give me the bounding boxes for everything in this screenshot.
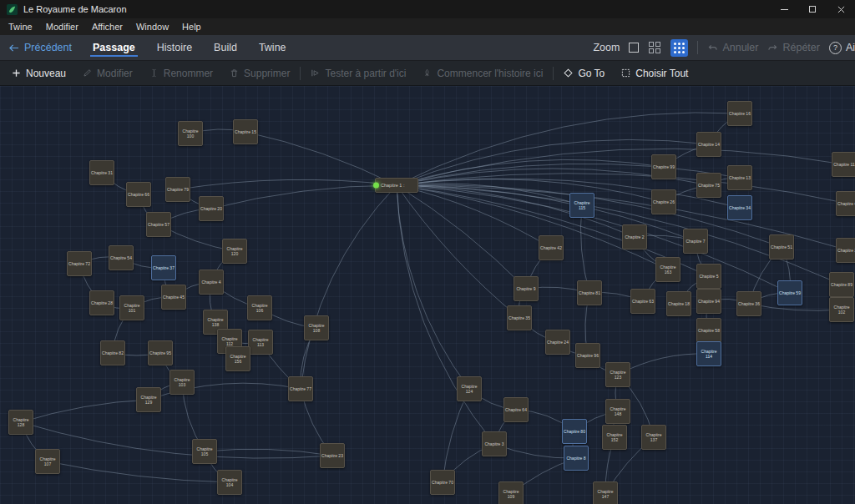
passage-node[interactable]: Chapitre 80 [562,419,587,444]
tab-passage[interactable]: Passage [82,35,146,60]
passage-node[interactable]: Chapitre 5 [696,264,721,289]
passage-node[interactable]: Chapitre 106 [247,295,272,320]
passage-node[interactable]: Chapitre 70 [430,470,455,495]
passage-node[interactable]: Chapitre 18 [666,291,691,316]
passage-node[interactable]: Chapitre 101 [119,295,144,320]
passage-label: Chapitre 36 [738,301,760,306]
back-button[interactable]: Précédent [0,42,82,53]
passage-node[interactable]: Chapitre 37 [151,255,176,280]
zoom-medium-button[interactable] [648,41,661,54]
story-map-canvas[interactable]: Chapitre 1 :Chapitre 16Chapitre 100Chapi… [0,86,855,504]
passage-label: Chapitre 63 [632,299,654,304]
passage-node[interactable]: Chapitre 72 [67,251,92,276]
passage-node[interactable]: Chapitre 51 [769,234,794,260]
minimize-button[interactable] [770,0,798,18]
passage-node[interactable]: Chapitre 20 [199,196,224,221]
passage-node[interactable]: Chapitre 109 [498,481,524,504]
menu-twine[interactable]: Twine [2,18,39,35]
menu-window[interactable]: Window [129,18,175,35]
passage-node[interactable]: Chapitre 156 [225,346,250,371]
passage-node[interactable]: Chapitre 105 [192,439,217,464]
passage-node[interactable]: Chapitre 2 [622,224,647,249]
passage-node[interactable]: Chapitre 36 [736,291,761,316]
passage-node[interactable]: Chapitre 14 [696,132,721,157]
passage-node[interactable]: Chapitre 147 [593,481,618,504]
passage-node[interactable]: Chapitre 128 [8,410,33,435]
passage-node[interactable]: Chapitre 23 [320,443,345,468]
passage-node[interactable]: Chapitre 124 [457,376,482,401]
passage-node[interactable]: Chapitre 96 [575,343,600,368]
start-passage-node[interactable]: Chapitre 1 : [375,178,418,193]
help-button[interactable]: ? Aide [829,42,855,54]
tab-build[interactable]: Build [203,35,248,60]
passage-node[interactable]: Chapitre 102 [829,297,854,322]
passage-node[interactable]: Chapitre 24 [545,330,570,355]
passage-node[interactable]: Chapitre 129 [136,387,161,412]
passage-node[interactable]: Chapitre 114 [696,341,721,366]
passage-node[interactable]: Chapitre 77 [288,376,313,401]
undo-button: Annuler [707,42,758,53]
passage-node[interactable]: Chapitre 82 [100,340,125,365]
passage-node[interactable]: Chapitre 115 [569,193,594,218]
passage-node[interactable]: Chapitre 89 [829,272,854,297]
passage-node[interactable]: Chapitre 26 [651,189,676,214]
passage-node[interactable]: Chapitre 120 [222,239,247,264]
passage-node[interactable]: Chapitre 35 [507,305,532,330]
passage-node[interactable]: Chapitre 113 [248,330,273,355]
passage-node[interactable]: Chapitre 81 [577,280,602,305]
passage-node[interactable]: Chapitre 13 [727,165,752,190]
zoom-small-button[interactable] [670,39,688,57]
passage-node[interactable]: Chapitre 107 [35,449,60,474]
passage-node[interactable]: Chapitre 7 [683,229,708,254]
passage-node[interactable]: Chapitre 79 [165,177,190,202]
passage-node[interactable]: Chapitre 103 [169,370,195,395]
menu-help[interactable]: Help [175,18,208,35]
new-button[interactable]: Nouveau [3,61,74,85]
passage-node[interactable]: Chapitre 64 [503,397,529,422]
passage-node[interactable]: Chapitre 33 [836,238,855,263]
passage-node[interactable]: Chapitre 57 [146,212,171,237]
tab-histoire[interactable]: Histoire [146,35,203,60]
passage-node[interactable]: Chapitre 63 [630,289,655,314]
link-edge [48,461,230,482]
passage-node[interactable]: Chapitre 31 [89,160,114,185]
passage-node[interactable]: Chapitre 66 [126,182,151,207]
passage-node[interactable]: Chapitre 28 [89,290,114,315]
passage-node[interactable]: Chapitre 94 [696,289,721,314]
passage-node[interactable]: Chapitre 95 [148,340,173,365]
passage-node[interactable]: Chapitre 137 [641,425,666,450]
menu-modifier[interactable]: Modifier [39,18,85,35]
passage-node[interactable]: Chapitre 104 [217,470,242,495]
passage-node[interactable]: Chapitre 9 [514,276,539,301]
passage-node[interactable]: Chapitre 45 [161,285,186,310]
passage-node[interactable]: Chapitre 8 [564,446,589,471]
tab-twine[interactable]: Twine [248,35,297,60]
zoom-full-button[interactable] [629,43,639,53]
go-to-button[interactable]: Go To [555,61,613,85]
passage-node[interactable]: Chapitre 15 [233,119,258,144]
passage-node[interactable]: Chapitre 123 [605,362,630,387]
passage-node[interactable]: Chapitre 59 [777,280,802,305]
passage-node[interactable]: Chapitre 3 [482,431,507,456]
passage-node[interactable]: Chapitre 108 [304,315,329,340]
maximize-button[interactable] [798,0,827,18]
passage-node[interactable]: Chapitre 99 [651,154,676,179]
passage-node[interactable]: Chapitre 16 [727,101,752,126]
menu-afficher[interactable]: Afficher [85,18,129,35]
passage-label: Chapitre 113 [250,337,271,347]
passage-node[interactable]: Chapitre 54 [109,245,134,270]
passage-node[interactable]: Chapitre 100 [178,121,203,146]
passage-node[interactable]: Chapitre 58 [696,318,721,343]
select-all-button[interactable]: Choisir Tout [613,61,696,85]
passage-node[interactable]: Chapitre 163 [655,257,680,282]
passage-node[interactable]: Chapitre 152 [602,425,627,450]
passage-node[interactable]: Chapitre 44 [836,191,855,216]
passage-node[interactable]: Chapitre 11 [832,152,855,177]
passage-node[interactable]: Chapitre 4 [199,270,224,295]
passage-node[interactable]: Chapitre 75 [696,173,721,198]
passage-node[interactable]: Chapitre 34 [727,195,752,220]
close-button[interactable] [827,0,855,18]
passage-node[interactable]: Chapitre 42 [539,235,564,260]
passage-label: Chapitre 16 [729,111,751,116]
passage-node[interactable]: Chapitre 148 [605,399,630,424]
